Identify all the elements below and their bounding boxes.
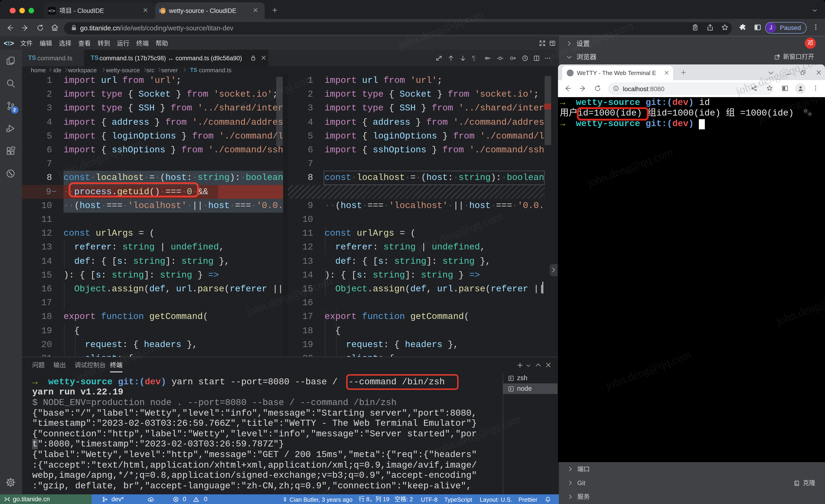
svg-text:JS: JS bbox=[161, 9, 165, 13]
